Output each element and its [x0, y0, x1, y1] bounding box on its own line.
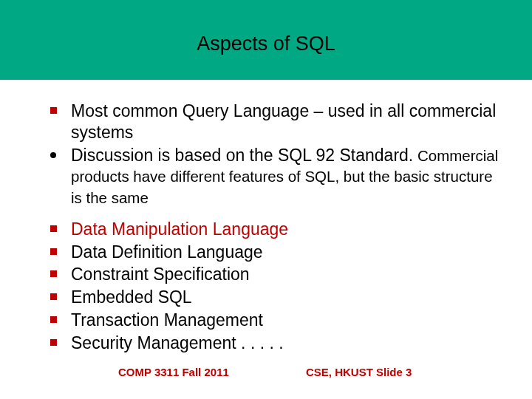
content-area: Most common Query Language – used in all… [0, 80, 532, 353]
footer-slide-number: CSE, HKUST Slide 3 [306, 366, 412, 378]
list-item: Security Management . . . . . [37, 332, 502, 354]
bullet-text-main: Discussion is based on the SQL 92 Standa… [71, 146, 413, 165]
bullet-text: Most common Query Language – used in all… [71, 101, 496, 142]
bullet-text: Data Manipulation Language [71, 219, 288, 239]
bullet-list-1: Most common Query Language – used in all… [37, 100, 502, 208]
bullet-text: Embedded SQL [71, 287, 192, 307]
bullet-text: Data Definition Language [71, 242, 263, 262]
title-bar: Aspects of SQL [0, 0, 532, 80]
footer-course: COMP 3311 Fall 2011 [118, 366, 229, 378]
bullet-text: Transaction Management [71, 310, 263, 330]
list-item: Transaction Management [37, 310, 502, 331]
list-item: Data Definition Language [37, 242, 502, 263]
bullet-list-2: Data Manipulation Language Data Definiti… [37, 219, 502, 354]
slide-footer: COMP 3311 Fall 2011 CSE, HKUST Slide 3 [0, 366, 532, 378]
slide: Aspects of SQL Most common Query Languag… [0, 0, 532, 399]
list-item: Constraint Specification [37, 264, 502, 285]
bullet-text: Constraint Specification [71, 265, 250, 284]
list-item: Data Manipulation Language [37, 219, 502, 240]
list-item: Most common Query Language – used in all… [37, 100, 502, 143]
bullet-text: Security Management . . . . . [71, 333, 284, 352]
list-item: Discussion is based on the SQL 92 Standa… [37, 145, 502, 208]
list-item: Embedded SQL [37, 287, 502, 308]
slide-title: Aspects of SQL [197, 33, 335, 55]
